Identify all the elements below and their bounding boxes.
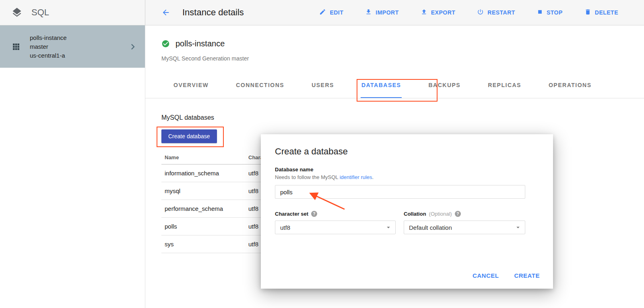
db-name-cell: performance_schema bbox=[161, 200, 245, 218]
caret-down-icon bbox=[514, 224, 522, 231]
power-icon bbox=[477, 8, 484, 17]
section-title: MySQL databases bbox=[161, 114, 214, 121]
create-database-dialog: Create a database Database name Needs to… bbox=[261, 134, 553, 289]
tab-bar: OVERVIEW CONNECTIONS USERS DATABASES BAC… bbox=[145, 73, 644, 98]
identifier-rules-link[interactable]: identifier rules bbox=[340, 174, 372, 180]
collation-label-row: Collation (Optional) ? bbox=[404, 211, 461, 217]
column-header-name: Name bbox=[161, 152, 245, 164]
product-title: SQL bbox=[31, 7, 49, 18]
page-title: Instance details bbox=[182, 7, 244, 18]
tab-backups[interactable]: BACKUPS bbox=[427, 73, 461, 98]
collation-optional-hint: (Optional) bbox=[429, 211, 452, 217]
stop-label: STOP bbox=[547, 9, 563, 16]
edit-button[interactable]: EDIT bbox=[319, 8, 343, 17]
instance-summary: polls-instance master us-central1-a bbox=[30, 33, 127, 60]
database-name-label: Database name bbox=[275, 166, 313, 173]
create-button[interactable]: CREATE bbox=[514, 272, 540, 279]
database-name-input[interactable] bbox=[275, 185, 525, 199]
restart-button[interactable]: RESTART bbox=[477, 8, 515, 17]
tab-connections[interactable]: CONNECTIONS bbox=[235, 73, 285, 98]
character-set-value: utf8 bbox=[280, 224, 290, 231]
top-bar: SQL Instance details EDIT IMPORT EXPORT … bbox=[0, 0, 644, 25]
instance-zone: us-central1-a bbox=[30, 51, 127, 60]
chevron-right-icon[interactable] bbox=[127, 41, 138, 52]
db-name-cell: mysql bbox=[161, 182, 245, 200]
restart-label: RESTART bbox=[487, 9, 515, 16]
instance-subtitle: MySQL Second Generation master bbox=[161, 55, 249, 62]
delete-label: DELETE bbox=[595, 9, 618, 16]
character-set-label-row: Character set ? bbox=[275, 211, 317, 217]
check-circle-icon bbox=[161, 40, 170, 48]
instance-role: master bbox=[30, 42, 127, 51]
help-text-prefix: Needs to follow the MySQL bbox=[275, 174, 340, 180]
sidebar: polls-instance master us-central1-a bbox=[0, 25, 145, 308]
collation-select[interactable]: Default collation bbox=[404, 221, 525, 234]
db-name-cell: sys bbox=[161, 235, 245, 253]
export-label: EXPORT bbox=[431, 9, 456, 16]
dialog-title: Create a database bbox=[275, 146, 348, 157]
import-label: IMPORT bbox=[376, 9, 398, 16]
product-home[interactable]: SQL bbox=[0, 0, 145, 25]
delete-button[interactable]: DELETE bbox=[584, 8, 618, 17]
sidebar-item-instance[interactable]: polls-instance master us-central1-a bbox=[0, 25, 145, 68]
tab-users[interactable]: USERS bbox=[311, 73, 335, 98]
help-icon[interactable]: ? bbox=[311, 211, 317, 217]
create-database-button[interactable]: Create database bbox=[161, 129, 217, 143]
db-name-cell: polls bbox=[161, 218, 245, 235]
back-arrow-icon[interactable] bbox=[161, 8, 170, 17]
collation-value: Default collation bbox=[409, 224, 452, 231]
instance-name: polls-instance bbox=[30, 33, 127, 42]
dialog-actions: CANCEL CREATE bbox=[473, 272, 540, 279]
character-set-label: Character set bbox=[275, 211, 308, 217]
stop-square-icon bbox=[537, 9, 543, 16]
instance-title-row: polls-instance bbox=[161, 39, 225, 48]
trash-icon bbox=[584, 8, 591, 17]
tab-databases[interactable]: DATABASES bbox=[361, 73, 402, 98]
instance-grid-icon bbox=[11, 42, 21, 52]
instance-title: polls-instance bbox=[175, 39, 225, 48]
export-button[interactable]: EXPORT bbox=[421, 8, 456, 17]
tab-overview[interactable]: OVERVIEW bbox=[173, 73, 209, 98]
pencil-icon bbox=[319, 8, 326, 17]
caret-down-icon bbox=[385, 224, 392, 231]
import-tray-icon bbox=[365, 8, 372, 17]
cancel-button[interactable]: CANCEL bbox=[473, 272, 499, 279]
export-tray-icon bbox=[421, 8, 427, 17]
import-button[interactable]: IMPORT bbox=[365, 8, 398, 17]
header-actions: EDIT IMPORT EXPORT RESTART STOP DELETE bbox=[319, 8, 618, 17]
character-set-select[interactable]: utf8 bbox=[275, 221, 396, 234]
tab-replicas[interactable]: REPLICAS bbox=[487, 73, 522, 98]
sql-logo-icon bbox=[11, 7, 23, 18]
db-name-cell: information_schema bbox=[161, 164, 245, 182]
stop-button[interactable]: STOP bbox=[537, 8, 563, 17]
edit-label: EDIT bbox=[330, 9, 343, 16]
help-icon[interactable]: ? bbox=[455, 211, 461, 217]
tab-operations[interactable]: OPERATIONS bbox=[548, 73, 592, 98]
instance-header-bar: Instance details EDIT IMPORT EXPORT REST… bbox=[145, 0, 644, 25]
database-name-help: Needs to follow the MySQL identifier rul… bbox=[275, 174, 374, 180]
help-text-suffix: . bbox=[372, 174, 374, 180]
collation-label: Collation bbox=[404, 211, 426, 217]
